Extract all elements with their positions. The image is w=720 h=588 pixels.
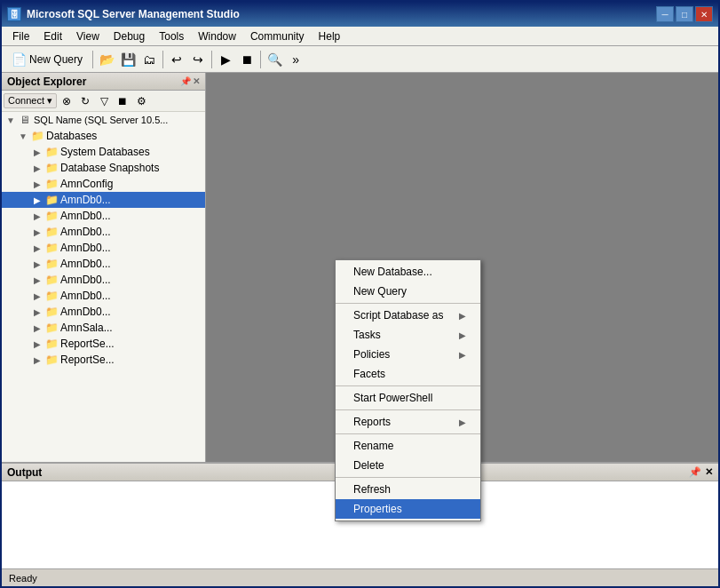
stop-oe-button[interactable]: ⏹: [114, 93, 131, 109]
refresh-oe-button[interactable]: ↻: [76, 93, 94, 109]
minimize-button[interactable]: ─: [656, 6, 674, 22]
amndb-node-5[interactable]: ▶ 📁 AmnDb0...: [2, 272, 205, 288]
output-pin-button[interactable]: 📌: [689, 466, 701, 478]
amndb-node-3[interactable]: ▶ 📁 AmnDb0...: [2, 240, 205, 256]
output-title: Output: [7, 466, 42, 479]
ctx-new-database-label: New Database...: [353, 266, 432, 278]
db-label-4: AmnDb0...: [60, 258, 111, 270]
ctx-new-database[interactable]: New Database...: [336, 262, 480, 282]
amndb-node-2[interactable]: ▶ 📁 AmnDb0...: [2, 224, 205, 240]
reportse-node-1[interactable]: ▶ 📁 ReportSe...: [2, 336, 205, 352]
disconnect-button[interactable]: ⊗: [58, 93, 75, 109]
sys-db-label: System Databases: [60, 146, 150, 158]
menu-edit[interactable]: Edit: [36, 28, 69, 44]
amnconfig-label: AmnConfig: [60, 178, 113, 190]
databases-expander: ▼: [16, 131, 30, 141]
oe-panel-controls: 📌 ✕: [180, 76, 200, 86]
search-button[interactable]: 🔍: [265, 50, 284, 69]
new-query-icon: 📄: [12, 52, 27, 67]
menu-window[interactable]: Window: [191, 28, 243, 44]
undo-button[interactable]: ↩: [167, 50, 186, 69]
save-all-button[interactable]: 🗂: [139, 50, 159, 69]
databases-label: Databases: [46, 130, 97, 142]
ctx-script-database[interactable]: Script Database as ▶: [336, 306, 480, 325]
menu-community[interactable]: Community: [243, 28, 312, 44]
ctx-delete[interactable]: Delete: [336, 456, 480, 475]
connect-label: Connect ▾: [8, 95, 52, 106]
ctx-properties-label: Properties: [353, 503, 402, 515]
db-label-8: AmnSala...: [60, 322, 113, 334]
oe-header-left: Object Explorer: [7, 75, 86, 88]
new-query-label: New Query: [29, 53, 83, 66]
ctx-start-powershell[interactable]: Start PowerShell: [336, 388, 480, 408]
ctx-policies-label: Policies: [353, 348, 390, 361]
databases-folder-icon: 📁: [30, 129, 44, 143]
ctx-refresh[interactable]: Refresh: [336, 480, 480, 499]
open-file-button[interactable]: 📂: [97, 50, 116, 69]
filter-button[interactable]: ▽: [95, 93, 113, 109]
reportse-node-2[interactable]: ▶ 📁 ReportSe...: [2, 352, 205, 368]
ctx-properties[interactable]: Properties: [336, 499, 480, 519]
ctx-new-query[interactable]: New Query: [336, 282, 480, 301]
context-menu: New Database... New Query Script Databas…: [335, 259, 481, 521]
snap-expander: ▶: [30, 163, 44, 173]
databases-node[interactable]: ▼ 📁 Databases: [2, 128, 205, 144]
menu-tools[interactable]: Tools: [152, 28, 191, 44]
server-icon: 🖥: [18, 113, 32, 127]
snap-icon: 📁: [44, 161, 59, 175]
save-button[interactable]: 💾: [118, 50, 138, 69]
amndb-node-4[interactable]: ▶ 📁 AmnDb0...: [2, 256, 205, 272]
ctx-separator-4: [336, 433, 480, 434]
amndb0-node-selected[interactable]: ▶ 📁 AmnDb0...: [2, 192, 205, 208]
close-button[interactable]: ✕: [695, 6, 713, 22]
properties-button[interactable]: ⚙: [132, 93, 150, 109]
amndb-s-icon: 📁: [44, 193, 59, 207]
db-snapshots-node[interactable]: ▶ 📁 Database Snapshots: [2, 160, 205, 176]
amndb-node-1[interactable]: ▶ 📁 AmnDb0...: [2, 208, 205, 224]
ctx-facets[interactable]: Facets: [336, 364, 480, 384]
db-label-6: AmnDb0...: [60, 290, 111, 302]
ctx-delete-label: Delete: [353, 459, 384, 472]
ctx-policies[interactable]: Policies ▶: [336, 345, 480, 364]
amndb-node-7[interactable]: ▶ 📁 AmnDb0...: [2, 304, 205, 320]
new-query-toolbar-button[interactable]: 📄 New Query: [5, 49, 89, 70]
menu-bar: File Edit View Debug Tools Window Commun…: [2, 27, 718, 46]
toolbar: 📄 New Query 📂 💾 🗂 ↩ ↪ ▶ ⏹ 🔍 »: [2, 46, 718, 73]
ctx-reports[interactable]: Reports ▶: [336, 412, 480, 432]
amndb-s-expander: ▶: [30, 195, 44, 205]
redo-button[interactable]: ↪: [188, 50, 208, 69]
amnconfig-node[interactable]: ▶ 📁 AmnConfig: [2, 176, 205, 192]
menu-help[interactable]: Help: [312, 28, 348, 44]
output-header-controls: 📌 ✕: [689, 466, 713, 478]
oe-close-button[interactable]: ✕: [193, 76, 200, 86]
connect-button[interactable]: Connect ▾: [4, 93, 57, 108]
ctx-tasks[interactable]: Tasks ▶: [336, 325, 480, 345]
stop-button[interactable]: ⏹: [237, 50, 257, 69]
reportse-label-2: ReportSe...: [60, 354, 115, 366]
ctx-rename[interactable]: Rename: [336, 436, 480, 456]
output-close-button[interactable]: ✕: [705, 466, 713, 478]
menu-view[interactable]: View: [69, 28, 107, 44]
amndb-s-label: AmnDb0...: [60, 194, 111, 206]
ctx-separator-3: [336, 409, 480, 410]
toolbar-separator-1: [92, 51, 93, 68]
server-node[interactable]: ▼ 🖥 SQL Name (SQL Server 10.5...: [2, 112, 205, 128]
amndb-node-8[interactable]: ▶ 📁 AmnSala...: [2, 320, 205, 336]
reportse-label-1: ReportSe...: [60, 338, 115, 350]
system-databases-node[interactable]: ▶ 📁 System Databases: [2, 144, 205, 160]
toolbar-separator-3: [211, 51, 212, 68]
maximize-button[interactable]: □: [676, 6, 693, 22]
more-button[interactable]: »: [286, 50, 305, 69]
status-text: Ready: [9, 573, 37, 584]
ctx-script-database-arrow: ▶: [459, 311, 466, 321]
db-label-1: AmnDb0...: [60, 210, 111, 222]
menu-file[interactable]: File: [5, 28, 36, 44]
ctx-facets-label: Facets: [353, 368, 385, 380]
server-label: SQL Name (SQL Server 10.5...: [34, 115, 168, 125]
debug-button[interactable]: ▶: [216, 50, 235, 69]
amndb-node-6[interactable]: ▶ 📁 AmnDb0...: [2, 288, 205, 304]
object-explorer-header: Object Explorer 📌 ✕: [2, 73, 205, 91]
sys-db-expander: ▶: [30, 147, 44, 157]
oe-pin-button[interactable]: 📌: [180, 76, 191, 86]
menu-debug[interactable]: Debug: [107, 28, 152, 44]
